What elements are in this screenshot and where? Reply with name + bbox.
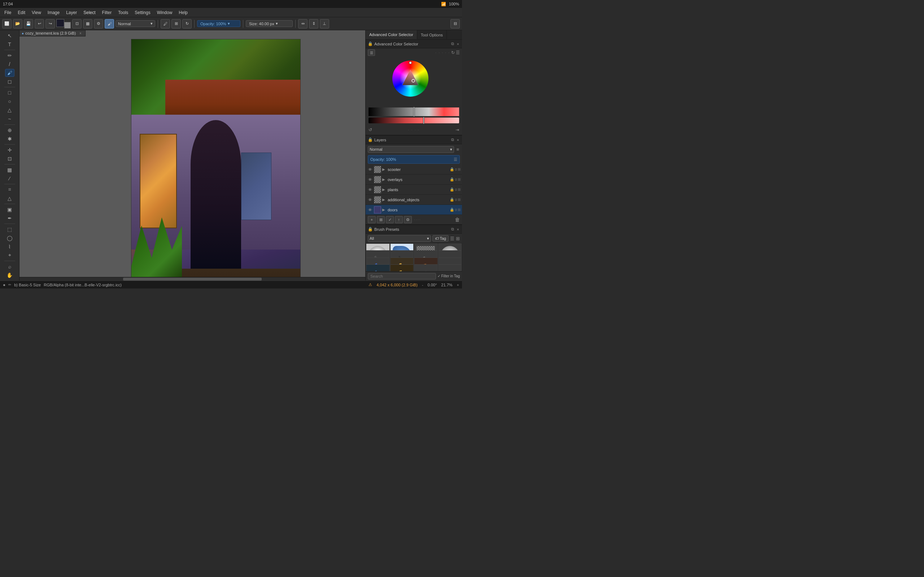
- brushes-list-view-btn[interactable]: ☰: [450, 236, 454, 241]
- brush-settings-btn[interactable]: ⚙: [94, 19, 103, 29]
- measure-tool[interactable]: △: [5, 194, 15, 202]
- color-panel-expand-btn[interactable]: ⇥: [456, 127, 459, 132]
- brushes-panel-float-btn[interactable]: ⧉: [451, 226, 455, 232]
- pan-tool[interactable]: ✋: [5, 271, 15, 279]
- brush-preset[interactable]: [390, 264, 414, 271]
- color-list-btn[interactable]: ☰: [368, 49, 375, 56]
- brush-tool[interactable]: 🖌: [5, 69, 15, 77]
- undo-btn[interactable]: ↩: [35, 19, 44, 29]
- layers-opacity-row[interactable]: Opacity: 100% ☰: [368, 155, 460, 164]
- layers-opacity-menu[interactable]: ☰: [454, 157, 457, 162]
- menu-help[interactable]: Help: [176, 10, 191, 16]
- layer-alpha-icon[interactable]: α: [455, 177, 457, 181]
- color-wheel-container[interactable]: [366, 57, 462, 108]
- freehand-select-tool[interactable]: ✏: [5, 52, 15, 60]
- layer-expand-btn[interactable]: ▶: [382, 198, 386, 201]
- brush-preset-btn[interactable]: 🖌: [105, 19, 114, 29]
- brush-preset[interactable]: [438, 264, 462, 271]
- zoom-increase-btn[interactable]: +: [457, 283, 459, 287]
- color-reset-btn[interactable]: ↺: [368, 127, 372, 132]
- layer-group-icon[interactable]: ⊞: [458, 177, 460, 181]
- color-refresh-btn[interactable]: ↻: [451, 50, 455, 55]
- layer-expand-btn[interactable]: ▶: [382, 187, 386, 192]
- menu-tools[interactable]: Tools: [115, 10, 131, 16]
- crop-tool[interactable]: ⊡: [5, 155, 15, 163]
- color-panel-float-btn[interactable]: ⧉: [451, 41, 455, 47]
- size-control[interactable]: Size: 40.00 px ▾: [246, 20, 293, 27]
- layer-alpha-icon[interactable]: α: [455, 167, 457, 171]
- color-panel-close-btn[interactable]: ×: [456, 42, 460, 47]
- layer-group-icon[interactable]: ⊞: [458, 187, 460, 192]
- layers-panel-float-btn[interactable]: ⧉: [451, 137, 455, 142]
- flatten-layer-btn[interactable]: ✓: [386, 216, 394, 223]
- delete-layer-btn[interactable]: 🗑: [455, 217, 460, 222]
- canvas-area[interactable]: ● cozy_tenement.kra (2.9 GiB) ×: [19, 30, 365, 280]
- flip-v-btn[interactable]: ⇕: [309, 19, 318, 29]
- gradient-tool[interactable]: ▦: [5, 166, 15, 174]
- rectangle-tool[interactable]: □: [5, 89, 15, 97]
- bezier-select-tool[interactable]: ⌖: [5, 251, 15, 259]
- rectangular-select-tool[interactable]: ⬚: [5, 226, 15, 233]
- mirror-btn[interactable]: ⊥: [320, 19, 329, 29]
- color-menu-btn[interactable]: ☰: [456, 50, 460, 55]
- blend-mode-select[interactable]: Normal ▾: [115, 20, 155, 27]
- layer-item[interactable]: 👁 ▶ additional_objects 🔒 α ⊞: [366, 195, 462, 205]
- layer-visibility-toggle[interactable]: 👁: [367, 187, 373, 193]
- flip-h-btn[interactable]: ⇔: [298, 19, 307, 29]
- patterns-btn[interactable]: ⊡: [72, 19, 82, 29]
- add-layer-btn[interactable]: +: [368, 216, 376, 223]
- pen-tool[interactable]: ✒: [5, 214, 15, 222]
- panel-layout-btn[interactable]: ⊟: [451, 19, 460, 29]
- brushes-search-input[interactable]: [368, 273, 436, 279]
- color-wheel-wrapper[interactable]: [393, 61, 436, 104]
- save-btn[interactable]: 💾: [24, 19, 33, 29]
- menu-file[interactable]: File: [2, 10, 14, 16]
- group-layer-btn[interactable]: ⊞: [377, 216, 385, 223]
- gradients-btn[interactable]: ▦: [83, 19, 92, 29]
- layer-item-active[interactable]: 👁 ▶ doors 🔒 α ⊞: [366, 205, 462, 215]
- layer-visibility-toggle[interactable]: 👁: [367, 207, 373, 213]
- layer-alpha-icon[interactable]: α: [455, 198, 457, 201]
- elliptical-select-tool[interactable]: ◯: [5, 234, 15, 242]
- new-document-btn[interactable]: ⬜: [2, 19, 11, 29]
- smart-patch-tool[interactable]: ✱: [5, 135, 15, 143]
- canvas-image[interactable]: woptog: [131, 39, 300, 277]
- layer-lock-icon[interactable]: 🔒: [450, 187, 454, 192]
- layer-alpha-icon[interactable]: α: [455, 208, 457, 212]
- background-color-swatch[interactable]: [64, 22, 71, 29]
- layer-lock-icon[interactable]: 🔒: [450, 198, 454, 201]
- layer-alpha-icon[interactable]: α: [455, 187, 457, 192]
- layers-filter-btn[interactable]: ≡: [456, 146, 460, 153]
- brush-preset[interactable]: [414, 264, 438, 271]
- brushes-grid-view-btn[interactable]: ⊞: [456, 236, 460, 241]
- zoom-decrease-btn[interactable]: -: [422, 283, 423, 287]
- layer-lock-icon[interactable]: 🔒: [450, 177, 454, 181]
- transform-tool[interactable]: ⌗: [5, 186, 15, 193]
- tab-color-selector[interactable]: Advanced Color Selector: [366, 30, 417, 39]
- layer-group-icon[interactable]: ⊞: [458, 167, 460, 171]
- brush-options-btn[interactable]: ⊞: [171, 19, 181, 29]
- menu-layer[interactable]: Layer: [63, 10, 80, 16]
- panel-resize-handle[interactable]: ⁞: [364, 154, 365, 158]
- layer-expand-btn[interactable]: ▶: [382, 177, 386, 181]
- color-hue-bar[interactable]: [368, 118, 459, 123]
- canvas-scrollbar-thumb[interactable]: [123, 278, 261, 280]
- eraser-tool[interactable]: ◻: [5, 77, 15, 85]
- menu-window[interactable]: Window: [154, 10, 175, 16]
- layer-expand-btn[interactable]: ▶: [382, 167, 386, 171]
- move-tool[interactable]: ✛: [5, 146, 15, 154]
- opacity-control[interactable]: Opacity: 100% ▾: [197, 20, 241, 27]
- redo-btn[interactable]: ↪: [45, 19, 55, 29]
- brushes-panel-close-btn[interactable]: ×: [456, 227, 460, 232]
- brushes-all-select[interactable]: All ▾: [368, 235, 431, 242]
- move-up-layer-btn[interactable]: ↑: [395, 216, 403, 223]
- layer-expand-btn[interactable]: ▶: [382, 208, 386, 212]
- eyedropper-tool[interactable]: ⁄: [5, 174, 15, 182]
- hue-thumb[interactable]: [423, 117, 425, 124]
- line-tool[interactable]: /: [5, 60, 15, 68]
- color-value-bar[interactable]: [368, 108, 459, 116]
- gradient-thumb[interactable]: [413, 107, 415, 117]
- menu-filter[interactable]: Filter: [99, 10, 115, 16]
- freehand-select2-tool[interactable]: ⌇: [5, 243, 15, 251]
- layer-visibility-toggle[interactable]: 👁: [367, 197, 373, 203]
